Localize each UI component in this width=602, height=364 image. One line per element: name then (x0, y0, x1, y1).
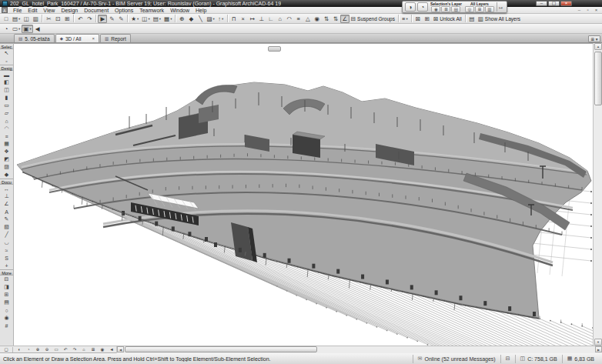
pick-up-parameters-button[interactable]: ✎ (107, 15, 116, 23)
doc-close-button[interactable]: × (593, 7, 600, 13)
quick-options-icon[interactable]: ▢ (2, 346, 11, 352)
unlock-all-button[interactable]: ⊠Unlock All (432, 15, 463, 23)
vertical-scrollbar[interactable]: ▲ ▼ (593, 43, 602, 346)
intersect-elements-button[interactable]: ⊥ (257, 15, 266, 23)
scroll-down-icon[interactable]: ▼ (594, 339, 602, 346)
zoom-out-icon[interactable]: ⊖ (42, 346, 52, 352)
door-tool[interactable]: ◧ (1, 78, 12, 86)
favorites-combo-button[interactable]: ★▾ (129, 15, 140, 23)
curtain-wall-tool[interactable]: ▦ (1, 140, 12, 148)
menu-window[interactable]: Window (167, 7, 192, 14)
shell-tool[interactable]: ◠ (1, 125, 12, 132)
unlock-elements-button[interactable]: ⊞ (423, 15, 432, 23)
window-tool[interactable]: ◫ (1, 86, 12, 94)
ungroup-elements-button[interactable]: ⇅ (331, 15, 340, 23)
close-button[interactable]: × (560, 1, 572, 6)
adjust-elements-button[interactable]: ↦ (248, 15, 257, 23)
print-queue-status[interactable]: ⊟ (500, 355, 515, 363)
subtract-element-button[interactable]: ◆ (186, 15, 196, 23)
disk-space-status[interactable]: ◫C: 758,1 GB (515, 355, 562, 363)
scroll-left-icon[interactable]: ◀ (117, 346, 124, 352)
cut-button[interactable]: ✂ (44, 15, 53, 23)
horizontal-scrollbar[interactable]: ◀ ▶ (116, 346, 602, 353)
toolbox-section-more[interactable]: More (0, 269, 13, 276)
quick-layer-cycle-icon[interactable]: ◔ (417, 2, 428, 12)
detail-tool[interactable]: ○ (1, 306, 12, 314)
select-cursor-button[interactable]: ◀ (33, 25, 42, 33)
mesh-tool[interactable]: ▨ (1, 163, 12, 171)
previous-view-icon[interactable]: ↶ (61, 346, 70, 352)
orbit-icon[interactable]: ◔ (24, 346, 33, 352)
grid-tool[interactable]: # (1, 322, 12, 329)
suspend-groups-button[interactable]: ⊟Suspend Groups (349, 15, 396, 23)
snap-guides-button[interactable]: ∠ (340, 15, 349, 23)
trim-elements-button[interactable]: ⊓ (229, 15, 239, 23)
marquee-tool[interactable]: ▫ (1, 57, 12, 65)
menu-file[interactable]: File (10, 7, 25, 14)
doc-restore-button[interactable]: ▫ (584, 7, 591, 13)
tab-close-icon[interactable]: × (92, 36, 95, 41)
lock-elements-button[interactable]: ⊠ (413, 15, 423, 23)
view-style-combo-button[interactable]: ▣▾ (22, 25, 32, 33)
minimize-button[interactable]: – (536, 1, 547, 6)
isolate-selection-layer-icon[interactable]: ▤ (451, 6, 460, 12)
quick-layer-toggle-icon[interactable]: ◑ (405, 2, 416, 12)
add-element-button[interactable]: ⊕ (177, 15, 186, 23)
orbit-view-button[interactable]: ◔ (2, 25, 11, 33)
text-tool[interactable]: A (1, 208, 12, 215)
zoom-in-icon[interactable]: ⊕ (33, 346, 42, 352)
zoom-box-combo-button[interactable]: ▭▾ (11, 25, 22, 33)
fill-tool[interactable]: ▧ (1, 223, 12, 231)
paste-button[interactable]: ⊞ (62, 15, 72, 23)
vertical-scroll-thumb[interactable] (594, 52, 602, 105)
new-file-button[interactable]: □ (2, 15, 11, 23)
align-elements-button[interactable]: ≡ (294, 15, 303, 23)
hotspot-tool[interactable]: + (1, 262, 12, 269)
rotate-elements-button[interactable]: ◉ (313, 15, 322, 23)
morph-tool[interactable]: ◆ (1, 171, 12, 179)
beam-tool[interactable]: ▭ (1, 102, 12, 109)
teamwork-status[interactable]: ✉Online (52 unread Messages) (413, 355, 500, 363)
section-tool[interactable]: ⊟ (1, 276, 12, 283)
walk-mode-icon[interactable]: ◉ (98, 346, 107, 352)
roof-tool[interactable]: ⌂ (1, 117, 12, 125)
wall-tool[interactable]: ▬ (1, 71, 12, 78)
tab-report[interactable]: ▥Report (100, 34, 131, 42)
maximize-button[interactable]: ▢ (548, 1, 560, 6)
print-button[interactable]: ▥ (31, 15, 40, 23)
show-all-layers-icon[interactable]: ◎ (465, 6, 474, 12)
3d-drawing-canvas[interactable] (14, 43, 593, 346)
menu-document[interactable]: Document (81, 7, 112, 14)
unlock-all-layers-icon[interactable]: ⊞ (475, 6, 484, 12)
toolbox-section-selec[interactable]: Selec (0, 43, 13, 49)
slab-tool[interactable]: ▱ (1, 109, 12, 117)
elevation-tool[interactable]: ◨ (1, 283, 12, 291)
element-information-button[interactable]: ▶ (98, 15, 107, 23)
group-elements-button[interactable]: ⇅ (322, 15, 331, 23)
show-all-layers-button[interactable]: ▥Show All Layers (477, 15, 522, 23)
menu-help[interactable]: Help (192, 7, 209, 14)
tab-list-button[interactable]: ⊞ ▾ (588, 35, 600, 42)
menu-edit[interactable]: Edit (25, 7, 40, 14)
zone-tool[interactable]: ◩ (1, 155, 12, 163)
hide-selection-layer-icon[interactable]: ◉ (431, 6, 440, 12)
doc-minimize-button[interactable]: – (576, 7, 583, 13)
element-settings-combo-button[interactable]: ◫▾ (140, 15, 151, 23)
spline-tool[interactable]: S (1, 254, 12, 262)
archicad-menu-icon[interactable]: A (2, 7, 8, 13)
level-dimension-tool[interactable]: ⊥ (1, 192, 12, 200)
tab-floor-plan[interactable]: ▤5. 05-etaža (14, 34, 55, 42)
object-tool[interactable]: ❖ (1, 148, 12, 155)
undo-button[interactable]: ↶ (75, 15, 85, 23)
arc-tool[interactable]: ◡ (1, 239, 12, 246)
palette-options-icon[interactable]: ↦ (497, 2, 504, 12)
layer-settings-button[interactable]: ▤ (467, 15, 477, 23)
dimension-tool[interactable]: ↔ (1, 185, 12, 192)
curve-edit-button[interactable]: ◠ (285, 15, 294, 23)
polyline-tool[interactable]: ≈ (1, 246, 12, 254)
memory-status[interactable]: ▦6,83 GB (562, 355, 599, 363)
fill-style-combo-button[interactable]: ▨▾ (205, 15, 216, 23)
lock-selection-layer-icon[interactable]: ⊠ (441, 6, 450, 12)
menu-options[interactable]: Options (112, 7, 136, 14)
reset-all-layers-icon[interactable]: ▥ (485, 6, 494, 12)
